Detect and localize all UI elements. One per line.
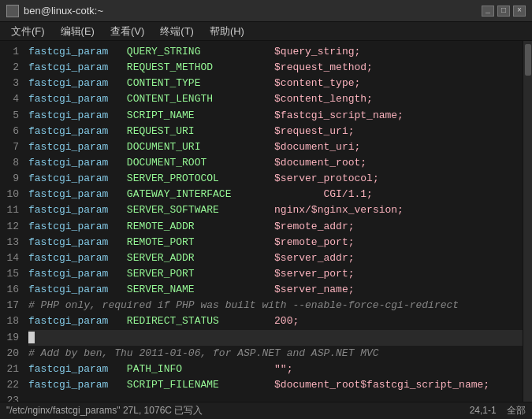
menu-help[interactable]: 帮助(H) bbox=[202, 23, 252, 40]
code-line: fastcgi_param CONTENT_LENGTH $content_le… bbox=[28, 91, 523, 107]
code-content[interactable]: fastcgi_param QUERY_STRING $query_string… bbox=[25, 44, 523, 399]
menu-bar: 文件(F) 编辑(E) 查看(V) 终端(T) 帮助(H) bbox=[0, 22, 532, 41]
minimize-button[interactable]: _ bbox=[482, 6, 494, 17]
code-line: fastcgi_param SERVER_PORT $server_port; bbox=[28, 266, 523, 282]
status-extra: 全部 bbox=[507, 405, 526, 416]
code-line: fastcgi_param SERVER_SOFTWARE nginx/$ngi… bbox=[28, 202, 523, 218]
scrollbar[interactable] bbox=[523, 41, 532, 402]
status-bar: "/etc/nginx/fastcgi_params" 27L, 1076C 已… bbox=[0, 402, 532, 419]
code-container: 1234567891011121314151617181920212223242… bbox=[0, 41, 523, 402]
code-line: fastcgi_param DOCUMENT_URI $document_uri… bbox=[28, 139, 523, 155]
code-line: fastcgi_param REQUEST_URI $request_uri; bbox=[28, 124, 523, 139]
code-line: fastcgi_param QUERY_STRING $query_string… bbox=[28, 44, 523, 60]
menu-edit[interactable]: 编辑(E) bbox=[53, 23, 102, 40]
code-line: fastcgi_param SERVER_ADDR $server_addr; bbox=[28, 250, 523, 266]
code-line: fastcgi_param REQUEST_METHOD $request_me… bbox=[28, 60, 523, 76]
code-line: fastcgi_param CONTENT_TYPE $content_type… bbox=[28, 76, 523, 91]
title-bar: ben@linux-cotk:~ _ □ × bbox=[0, 0, 532, 22]
window-title: ben@linux-cotk:~ bbox=[24, 5, 103, 17]
code-line: # Add by ben, Thu 2011-01-06, for ASP.NE… bbox=[28, 346, 523, 362]
code-line: fastcgi_param REMOTE_PORT $remote_port; bbox=[28, 235, 523, 250]
code-line: fastcgi_param SCRIPT_NAME $fastcgi_scrip… bbox=[28, 108, 523, 124]
maximize-button[interactable]: □ bbox=[497, 6, 510, 17]
code-line: fastcgi_param GATEWAY_INTERFACE CGI/1.1; bbox=[28, 187, 523, 202]
code-line: fastcgi_param REDIRECT_STATUS 200; bbox=[28, 313, 523, 329]
status-position: 24,1-1 bbox=[470, 405, 497, 416]
code-line: fastcgi_param REMOTE_ADDR $remote_addr; bbox=[28, 219, 523, 235]
menu-file[interactable]: 文件(F) bbox=[3, 23, 53, 40]
code-line: # PHP only, required if PHP was built wi… bbox=[28, 298, 523, 313]
title-bar-left: ben@linux-cotk:~ bbox=[6, 5, 103, 17]
code-line: fastcgi_param PATH_INFO ""; bbox=[28, 362, 523, 377]
code-line: fastcgi_param SERVER_NAME $server_name; bbox=[28, 282, 523, 298]
menu-view[interactable]: 查看(V) bbox=[102, 23, 152, 40]
line-numbers: 1234567891011121314151617181920212223242… bbox=[0, 44, 25, 399]
scrollbar-thumb[interactable] bbox=[525, 44, 531, 76]
close-button[interactable]: × bbox=[513, 6, 526, 17]
code-line: fastcgi_param SERVER_PROTOCOL $server_pr… bbox=[28, 171, 523, 187]
status-right: 24,1-1 全部 bbox=[470, 404, 526, 417]
cursor-block bbox=[28, 332, 35, 343]
terminal-icon bbox=[6, 5, 19, 17]
code-line bbox=[28, 330, 523, 346]
code-line: fastcgi_param SCRIPT_FILENAME $document_… bbox=[28, 377, 523, 393]
code-line: fastcgi_param DOCUMENT_ROOT $document_ro… bbox=[28, 155, 523, 171]
window-controls: _ □ × bbox=[482, 6, 526, 17]
menu-terminal[interactable]: 终端(T) bbox=[152, 23, 202, 40]
main-area: 1234567891011121314151617181920212223242… bbox=[0, 41, 532, 402]
status-file-info: "/etc/nginx/fastcgi_params" 27L, 1076C 已… bbox=[6, 404, 203, 417]
